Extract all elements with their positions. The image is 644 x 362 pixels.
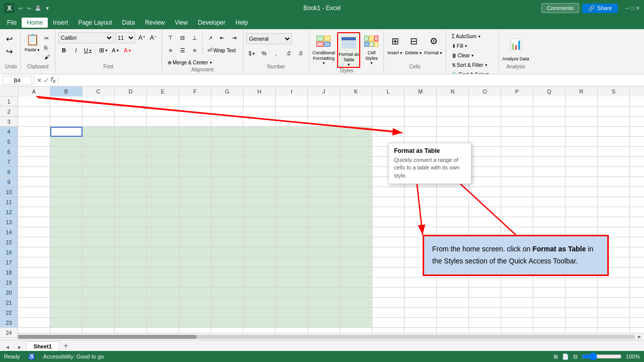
cell-F9[interactable] — [179, 177, 211, 187]
col-header-r[interactable]: R — [566, 86, 598, 97]
cell-P12[interactable] — [501, 207, 533, 217]
col-header-s[interactable]: S — [598, 86, 630, 97]
cell-F8[interactable] — [179, 167, 211, 177]
cell-J8[interactable] — [308, 167, 340, 177]
cell-M20[interactable] — [405, 288, 437, 298]
col-header-c[interactable]: C — [83, 86, 115, 97]
cell-J17[interactable] — [308, 257, 340, 267]
fill-color-button[interactable]: A ▼ — [110, 45, 121, 56]
copy-button[interactable]: ⎘ — [42, 44, 52, 52]
cell-J14[interactable] — [308, 227, 340, 237]
cell-A3[interactable] — [18, 117, 50, 127]
cell-A5[interactable] — [18, 137, 50, 147]
cell-F13[interactable] — [179, 217, 211, 227]
cell-E3[interactable] — [147, 117, 179, 127]
cell-K10[interactable] — [340, 187, 372, 197]
cell-R5[interactable] — [566, 137, 598, 147]
row-header-10[interactable]: 10 — [0, 187, 18, 197]
row-header-2[interactable]: 2 — [0, 107, 18, 117]
cell-L13[interactable] — [372, 217, 405, 227]
font-family-select[interactable]: Calibri — [58, 32, 114, 43]
cell-T1[interactable] — [630, 97, 644, 107]
cell-G12[interactable] — [211, 207, 244, 217]
menu-help[interactable]: Help — [230, 18, 253, 28]
cell-G11[interactable] — [211, 197, 244, 207]
cell-G1[interactable] — [211, 97, 244, 107]
cell-T9[interactable] — [630, 177, 644, 187]
cell-E23[interactable] — [147, 318, 179, 328]
cell-G16[interactable] — [211, 247, 244, 257]
cell-O11[interactable] — [469, 197, 501, 207]
col-header-t[interactable]: T — [630, 86, 644, 97]
cell-P1[interactable] — [501, 97, 533, 107]
menu-view[interactable]: View — [170, 18, 193, 28]
cell-I5[interactable] — [276, 137, 308, 147]
decrease-font-button[interactable]: A⁻ — [148, 33, 158, 43]
orientation-button[interactable]: ↗ — [205, 32, 216, 43]
cell-I10[interactable] — [276, 187, 308, 197]
cell-E7[interactable] — [147, 157, 179, 167]
cell-I14[interactable] — [276, 227, 308, 237]
row-header-8[interactable]: 8 — [0, 167, 18, 177]
nav-next-sheet[interactable]: ► — [14, 343, 25, 351]
cell-J12[interactable] — [308, 207, 340, 217]
cell-Q3[interactable] — [533, 117, 566, 127]
cell-N20[interactable] — [437, 288, 469, 298]
cell-I7[interactable] — [276, 157, 308, 167]
row-header-21[interactable]: 21 — [0, 298, 18, 308]
cell-I2[interactable] — [276, 107, 308, 117]
cell-B7[interactable] — [50, 157, 83, 167]
cell-G10[interactable] — [211, 187, 244, 197]
cell-P8[interactable] — [501, 167, 533, 177]
cell-A22[interactable] — [18, 308, 50, 318]
col-header-p[interactable]: P — [501, 86, 533, 97]
cell-Q9[interactable] — [533, 177, 566, 187]
cell-I17[interactable] — [276, 257, 308, 267]
italic-button[interactable]: I — [70, 45, 82, 56]
cell-D23[interactable] — [115, 318, 147, 328]
cell-C14[interactable] — [83, 227, 115, 237]
indent-decrease-button[interactable]: ⇤ — [217, 32, 228, 43]
cell-S21[interactable] — [598, 298, 630, 308]
merge-center-button[interactable]: ⊕ Merge & Center ▼ — [165, 58, 215, 67]
cell-T23[interactable] — [630, 318, 644, 328]
cell-I23[interactable] — [276, 318, 308, 328]
cell-G13[interactable] — [211, 217, 244, 227]
cell-J19[interactable] — [308, 278, 340, 288]
cell-R2[interactable] — [566, 107, 598, 117]
cell-F6[interactable] — [179, 147, 211, 157]
cell-E8[interactable] — [147, 167, 179, 177]
cell-B8[interactable] — [50, 167, 83, 177]
cell-P2[interactable] — [501, 107, 533, 117]
cell-B6[interactable] — [50, 147, 83, 157]
align-right-button[interactable]: ≡ — [189, 45, 200, 56]
cell-J2[interactable] — [308, 107, 340, 117]
cell-H17[interactable] — [244, 257, 276, 267]
cell-M12[interactable] — [405, 207, 437, 217]
cell-E18[interactable] — [147, 267, 179, 278]
row-header-1[interactable]: 1 — [0, 97, 18, 107]
cell-T18[interactable] — [630, 267, 644, 278]
cell-I15[interactable] — [276, 237, 308, 247]
cell-L15[interactable] — [372, 237, 405, 247]
cell-S22[interactable] — [598, 308, 630, 318]
cell-S8[interactable] — [598, 167, 630, 177]
cell-C12[interactable] — [83, 207, 115, 217]
col-header-e[interactable]: E — [147, 86, 179, 97]
cell-K11[interactable] — [340, 197, 372, 207]
cell-K8[interactable] — [340, 167, 372, 177]
cell-D7[interactable] — [115, 157, 147, 167]
menu-insert[interactable]: Insert — [48, 18, 73, 28]
format-cells-button[interactable]: ⚙ — [426, 32, 442, 50]
cell-E16[interactable] — [147, 247, 179, 257]
cell-A6[interactable] — [18, 147, 50, 157]
cell-H1[interactable] — [244, 97, 276, 107]
row-header-17[interactable]: 17 — [0, 257, 18, 267]
cell-T6[interactable] — [630, 147, 644, 157]
cell-E9[interactable] — [147, 177, 179, 187]
cell-J7[interactable] — [308, 157, 340, 167]
cell-T13[interactable] — [630, 217, 644, 227]
cell-D12[interactable] — [115, 207, 147, 217]
zoom-slider[interactable] — [582, 354, 622, 359]
wrap-text-button[interactable]: ⏎ Wrap Text — [205, 45, 238, 55]
